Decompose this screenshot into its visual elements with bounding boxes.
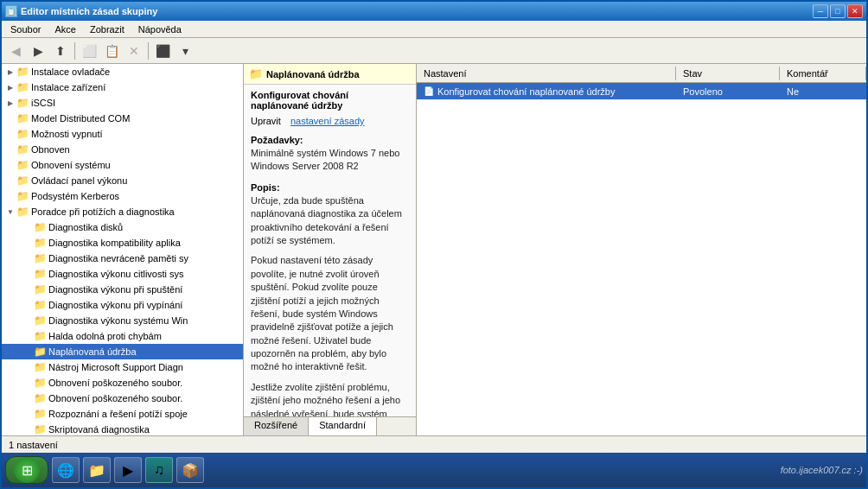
delete-button[interactable]: ✕	[124, 41, 144, 60]
taskbar-app-ie[interactable]: 🌐	[52, 457, 80, 483]
up-button[interactable]: ⬆	[50, 41, 71, 60]
tree-item[interactable]: 📁Rozpoznání a řešení potíží spoje	[2, 406, 243, 422]
taskbar-app-other[interactable]: 📦	[176, 457, 204, 483]
tree-item-label: Možnosti vypnutí	[31, 129, 103, 139]
tree-item[interactable]: 📁Diagnostika výkonu při spuštění	[2, 282, 243, 297]
settings-row[interactable]: 📄 Konfigurovat chování naplánované údržb…	[417, 83, 866, 100]
show-hide-button[interactable]: ⬜	[79, 41, 99, 60]
tree-item[interactable]: 📁Model Distributed COM	[2, 111, 243, 126]
desc-policy-link[interactable]: nastavení zásady	[284, 116, 372, 126]
minimize-button[interactable]: ─	[813, 4, 828, 18]
tree-arrow-icon	[22, 222, 33, 232]
tree-item[interactable]: 📁Ovládací panel výkonu	[2, 173, 243, 188]
tree-arrow-icon	[22, 238, 33, 248]
status-bar: 1 nastavení	[2, 435, 866, 453]
tree-item[interactable]: 📁Obnovení poškozeného soubor.	[2, 391, 243, 406]
tree-arrow-icon	[22, 331, 33, 341]
taskbar-app-explorer[interactable]: 📁	[83, 457, 111, 483]
properties-button[interactable]: 📋	[101, 41, 122, 60]
tree-item[interactable]: 📁Diagnostika výkonu systému Win	[2, 313, 243, 328]
tree-item-label: Diagnostika kompatibility aplika	[48, 238, 181, 248]
tree-item[interactable]: 📁Skriptovaná diagnostika	[2, 422, 243, 435]
main-window: 📋 Editor místních zásad skupiny ─ □ ✕ So…	[0, 0, 868, 489]
close-button[interactable]: ✕	[847, 4, 863, 18]
desc-requirements-text: Minimálně systém Windows 7 nebo Windows …	[244, 147, 416, 177]
tree-folder-icon: 📁	[33, 314, 47, 327]
tree-arrow-icon	[5, 129, 16, 139]
tree-item[interactable]: ▶📁Instalace ovladače	[2, 64, 243, 79]
tab-standardni[interactable]: Standardní	[309, 417, 377, 435]
taskbar-app-media[interactable]: ▶	[114, 457, 142, 483]
tree-folder-icon: 📁	[33, 377, 47, 389]
desc-tabs: Rozšířené Standardní	[244, 416, 416, 435]
tree-item[interactable]: 📁Halda odolná proti chybám	[2, 328, 243, 344]
tree-item[interactable]: 📁Obnoven	[2, 142, 243, 157]
tree-item-label: Halda odolná proti chybám	[48, 331, 162, 341]
menu-napoveda[interactable]: Nápověda	[131, 22, 188, 36]
desc-extended-text2: Jestliže zvolíte zjištění problému, zjiš…	[244, 381, 416, 416]
desc-edit-prefix: Upravit	[251, 116, 284, 126]
tree-arrow-icon	[22, 253, 33, 264]
tree-item[interactable]: ▶📁iSCSI	[2, 95, 243, 111]
tree-arrow-icon	[22, 284, 33, 295]
tree-folder-icon: 📁	[33, 361, 47, 373]
tree-item[interactable]: 📁Diagnostika disků	[2, 219, 243, 235]
app-icon: 📋	[5, 5, 17, 17]
tree-arrow-icon	[5, 144, 16, 155]
tree-item[interactable]: 📁Podsystém Kerberos	[2, 188, 243, 204]
tree-item[interactable]: 📁Nástroj Microsoft Support Diagn	[2, 359, 243, 375]
tree-item[interactable]: 📁Naplánovaná údržba	[2, 344, 243, 359]
tree-arrow-icon	[22, 300, 33, 310]
tree-arrow-icon	[5, 191, 16, 201]
tree-item[interactable]: 📁Diagnostika kompatibility aplika	[2, 235, 243, 251]
desc-scroll[interactable]: Konfigurovat chování naplánované údržby …	[244, 85, 416, 416]
tree-item-label: Diagnostika výkonu při spuštění	[48, 284, 182, 295]
tab-rozsirene[interactable]: Rozšířené	[244, 417, 309, 435]
maximize-button[interactable]: □	[830, 4, 846, 18]
content-area: ▶📁Instalace ovladače▶📁Instalace zařízení…	[2, 64, 866, 435]
tree-arrow-icon	[5, 160, 16, 170]
tree-item-label: Diagnostika disků	[48, 222, 123, 232]
settings-header: Nastavení Stav Komentář	[417, 64, 866, 83]
filter-button[interactable]: ▾	[175, 41, 195, 60]
desc-edit-link-container: Upravit nastavení zásady	[244, 114, 416, 130]
tree-arrow-icon	[22, 269, 33, 279]
header-nastaveni: Nastavení	[417, 67, 676, 80]
tree-item-label: Naplánovaná údržba	[48, 346, 137, 357]
toolbar-separator-1	[74, 42, 75, 60]
tree-item[interactable]: 📁Obnovení systému	[2, 157, 243, 173]
tree-item[interactable]: ▼📁Poradce při potížích a diagnostika	[2, 204, 243, 219]
tree-item-label: Obnovení systému	[31, 160, 111, 170]
settings-nastaveni-text: Konfigurovat chování naplánované údržby	[437, 86, 615, 97]
tree-folder-icon: 📁	[33, 423, 47, 435]
menu-akce[interactable]: Akce	[48, 22, 82, 36]
toolbar-separator-2	[148, 42, 149, 60]
tree-arrow-icon: ▶	[5, 82, 16, 92]
start-button[interactable]: ⊞	[5, 456, 48, 484]
tree-folder-icon: 📁	[16, 97, 29, 109]
menu-soubor[interactable]: Soubor	[3, 22, 48, 36]
title-bar: 📋 Editor místních zásad skupiny ─ □ ✕	[2, 2, 866, 21]
tree-item[interactable]: 📁Diagnostika nevráceně paměti sy	[2, 251, 243, 266]
tree-item-label: Obnovení poškozeného soubor.	[48, 378, 182, 388]
tree-item-label: Instalace zařízení	[31, 82, 105, 92]
tree-item-label: Podsystém Kerberos	[31, 191, 119, 201]
tree-item[interactable]: 📁Diagnostika výkonu citlivosti sys	[2, 266, 243, 282]
menu-zobrazit[interactable]: Zobrazit	[83, 22, 131, 36]
forward-button[interactable]: ▶	[28, 41, 48, 60]
tree-folder-icon: 📁	[33, 237, 47, 249]
taskbar-app-spotify[interactable]: ♫	[145, 457, 173, 483]
tree-item[interactable]: 📁Možnosti vypnutí	[2, 126, 243, 142]
back-button[interactable]: ◀	[5, 41, 26, 60]
view-button[interactable]: ⬛	[152, 41, 173, 60]
tree-item[interactable]: 📁Diagnostika výkonu při vypínání	[2, 297, 243, 313]
tree-panel: ▶📁Instalace ovladače▶📁Instalace zařízení…	[2, 64, 244, 435]
tree-folder-icon: 📁	[16, 143, 29, 156]
tree-folder-icon: 📁	[16, 66, 29, 78]
tree-item[interactable]: ▶📁Instalace zařízení	[2, 79, 243, 95]
desc-description-text: Určuje, zda bude spuštěna naplánovaná di…	[244, 194, 416, 251]
tree-item[interactable]: 📁Obnovení poškozeného soubor.	[2, 375, 243, 391]
tree-item-label: Ovládací panel výkonu	[31, 175, 127, 186]
tree-folder-icon: 📁	[33, 221, 47, 233]
tree-folder-icon: 📁	[16, 128, 29, 140]
